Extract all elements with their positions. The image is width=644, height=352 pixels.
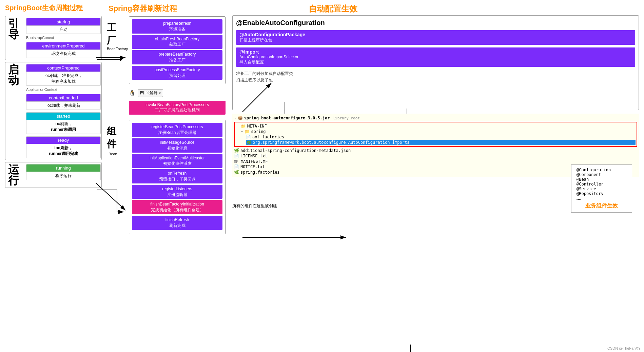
arrow-svg-4	[405, 345, 415, 352]
invoke-card: invokeBeanFactoryPostProcessors工厂可扩展后置处理…	[129, 101, 226, 115]
ready-bottom: ioc刷新，runner调用完成	[26, 144, 100, 158]
context-prepared-card: contextPrepared ioc创建、准备完成，主程序未加载	[26, 64, 101, 86]
biz-title: 业务组件生效	[577, 202, 627, 210]
phase-label-yunxing: 运行	[8, 164, 23, 186]
manifest-label: MANIFEST.MF	[241, 159, 268, 164]
component-label-big: 组件	[107, 125, 116, 151]
context-loaded-top: contextLoaded	[26, 94, 100, 101]
auto-config-note1: 准备工厂的时候加载自动配置类	[236, 71, 635, 77]
watermark: CSDN @TheFanXY	[607, 346, 641, 350]
component-section: registerBeanPostProcessors注册Bean后置处理器 in…	[129, 120, 226, 234]
prepare-bean-factory-card: prepareBeanFactory准备工厂	[132, 50, 222, 64]
started-card: started ioc刷新，runner未调用	[26, 112, 101, 134]
biz-repository: @Repository	[577, 191, 627, 196]
staring-top: staring	[26, 18, 100, 25]
import-card: @Import AutoConfigurationImportSelector …	[236, 47, 635, 67]
context-prepared-top: contextPrepared	[26, 64, 100, 72]
env-prepared-top: environmentPrepared	[26, 42, 100, 50]
arrow-svg-2	[97, 188, 127, 215]
ready-top: ready	[26, 137, 100, 144]
aot-factories-item: 📄 aot.factories	[246, 134, 636, 140]
phase-qidong: 启动 contextPrepared ioc创建、准备完成，主程序未加载 App…	[5, 62, 102, 160]
factory-section: prepareRefresh环境准备 obtainFreshBeanFactor…	[129, 16, 226, 84]
arrow-1	[97, 59, 122, 60]
chevron-down-icon: ▾	[159, 91, 161, 95]
all-create-note: 所有的组件在这里被创建	[232, 203, 277, 209]
spring-factories-label: spring.factories	[240, 170, 280, 175]
staring-bottom: 启动	[26, 25, 100, 34]
decode-label: 凹解释	[145, 90, 158, 96]
file-icon-aot: 📄	[246, 135, 251, 139]
started-top: started	[26, 113, 100, 120]
auto-config-package-main: @AutoConfigurationPackage	[239, 32, 632, 37]
file-icon-notice: 📄	[234, 164, 239, 169]
manifest-icon: MF	[234, 160, 238, 163]
spring-file-icon: 🌿	[247, 140, 251, 145]
folder-icon: 📁	[241, 124, 246, 129]
spring-icon-3: 🌿	[234, 170, 239, 175]
notice-label: NOTICE.txt	[240, 164, 265, 169]
context-prepared-bottom: ioc创建、准备完成，主程序未加载	[26, 72, 100, 85]
left-column: SpringBoot生命周期过程 引导 staring 启动 Bootstrap…	[5, 3, 105, 238]
started-bottom: ioc刷新，runner未调用	[26, 120, 100, 134]
auto-config-imports-label: org.springframework.boot.autoconfigure.A…	[253, 140, 409, 145]
running-card: running 程序运行	[26, 164, 101, 180]
library-root-label: library root	[333, 116, 360, 120]
license-label: LICENSE.txt	[240, 154, 267, 158]
factory-label-sub: BeanFactory	[107, 47, 128, 51]
import-sub1: AutoConfigurationImportSelector	[239, 55, 632, 59]
auto-config-package-card: @AutoConfigurationPackage 扫描主程序所在包	[236, 30, 635, 45]
biz-components-box: @Configuration @Component @Bean @Control…	[571, 164, 632, 213]
auto-config-title: 自动配置生效	[309, 3, 357, 14]
additional-config-item: 🌿 additional-spring-configuration-metada…	[234, 148, 637, 153]
factory-label-big: 工厂	[107, 21, 116, 47]
import-main: @Import	[239, 49, 632, 55]
aot-factories-label: aot.factories	[252, 135, 284, 139]
jar-icon: 📦	[238, 116, 243, 120]
import-sub2: 导入自动配置	[239, 59, 632, 65]
bootstrap-context-label: BootstrapConext	[26, 36, 101, 40]
finish-bean-factory-init-card: finishBeanFactoryInitialization完成初始化（所有组…	[132, 200, 222, 214]
env-prepared-card: environmentPrepared 环境准备完成	[26, 42, 101, 58]
init-app-event-multicaster-card: initApplicationEventMulticaster初始化事件派发	[132, 154, 222, 168]
spring-refresh-title: Spring容器刷新过程	[109, 3, 226, 14]
decode-button[interactable]: 凹 凹解释 ▾	[138, 89, 163, 97]
obtain-fresh-bean-factory-card: obtainFreshBeanFactory获取工厂	[132, 35, 222, 49]
ready-card: ready ioc刷新，runner调用完成	[26, 136, 101, 158]
running-top: running	[26, 164, 100, 172]
additional-config-label: additional-spring-configuration-metadata…	[240, 148, 351, 153]
phase-label-yindao: 引导	[8, 18, 23, 40]
auto-config-package-sub: 扫描主程序所在包	[239, 37, 632, 43]
decode-icon: 凹	[140, 90, 144, 96]
auto-config-imports-item[interactable]: 🌿 org.springframework.boot.autoconfigure…	[246, 140, 636, 145]
meta-inf-label: META-INF	[247, 124, 267, 129]
meta-inf-item: 📁 META-INF	[241, 123, 636, 129]
init-message-source-card: initMessageSource初始化消息	[132, 138, 222, 153]
chevron-expand: ▾	[241, 129, 243, 134]
jar-name: spring-boot-autoconfigure-3.0.5.jar	[244, 116, 330, 120]
register-bean-post-processors-card: registerBeanPostProcessors注册Bean后置处理器	[132, 123, 222, 137]
expand-icon: ▾	[234, 116, 236, 120]
on-refresh-card: onRefresh预留接口，子类回调	[132, 169, 222, 183]
app-context-label: ApplicationContext	[26, 87, 101, 92]
component-label-sub: Bean	[109, 152, 117, 156]
biz-service: @Service	[577, 187, 627, 191]
biz-controller: @Controller	[577, 182, 627, 187]
post-process-bean-factory-card: postProcessBeanFactory预留处理	[132, 66, 222, 80]
spring-folder-item: ▾ 📁 spring	[241, 129, 636, 134]
finish-refresh-card: finishRefresh刷新完成	[132, 216, 222, 230]
manifest-item: MF MANIFEST.MF	[234, 159, 637, 164]
env-prepared-bottom: 环境准备完成	[26, 50, 100, 58]
jar-root-item: ▾ 📦 spring-boot-autoconfigure-3.0.5.jar …	[234, 115, 637, 121]
prepare-refresh-card: prepareRefresh环境准备	[132, 19, 222, 34]
register-listeners-card: registerListeners注册监听器	[132, 185, 222, 199]
biz-component: @Component	[577, 172, 627, 177]
phase-yindao: 引导 staring 启动 BootstrapConext environmen…	[5, 16, 102, 60]
spring-icon-2: 🌿	[234, 148, 239, 153]
folder-icon-spring: 📁	[245, 129, 250, 134]
phase-label-qidong: 启动	[8, 64, 23, 86]
running-bottom: 程序运行	[26, 172, 100, 180]
file-icon-license: 📄	[234, 154, 239, 158]
lifecycle-title: SpringBoot生命周期过程	[5, 3, 102, 13]
context-loaded-bottom: ioc加载，并未刷新	[26, 101, 100, 110]
